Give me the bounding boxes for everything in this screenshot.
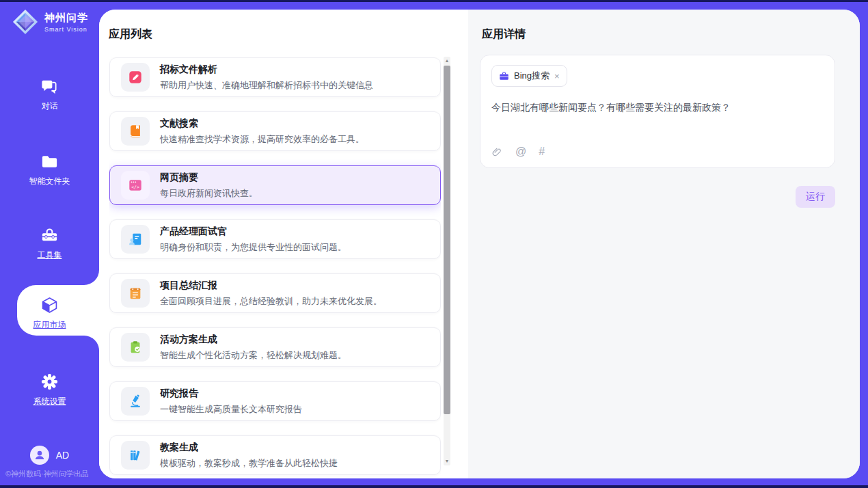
chat-icon: [40, 77, 59, 96]
app-card-title: 活动方案生成: [160, 334, 347, 346]
sidebar: 神州问学 Smart Vision 对话 智能文件夹: [0, 2, 99, 485]
composer-toolbar: @ #: [491, 146, 824, 158]
scroll-down-icon[interactable]: ▼: [444, 457, 450, 465]
app-card-title: 项目总结汇报: [160, 280, 382, 292]
close-icon[interactable]: ×: [554, 72, 560, 81]
sidebar-item-label: 系统设置: [33, 396, 66, 407]
prompt-card: Bing搜索 × 今日湖北有哪些新闻要点？有哪些需要关注的最新政策？ @ #: [480, 55, 835, 168]
book-icon: [121, 117, 150, 146]
app-list: 招标文件解析 帮助用户快速、准确地理解和解析招标书中的关键信息 文献搜索: [109, 57, 441, 478]
folder-icon: [40, 152, 59, 171]
app-card-description: 智能生成个性化活动方案，轻松解决规划难题。: [160, 349, 347, 362]
tool-chip-label: Bing搜索: [514, 70, 550, 82]
app-card-description: 模板驱动，教案秒成，教学准备从此轻松快捷: [160, 457, 338, 470]
app-card-lesson-plan[interactable]: 教案生成 模板驱动，教案秒成，教学准备从此轻松快捷: [109, 435, 441, 475]
prompt-input[interactable]: 今日湖北有哪些新闻要点？有哪些需要关注的最新政策？: [491, 102, 824, 146]
app-card-bid-analysis[interactable]: 招标文件解析 帮助用户快速、准确地理解和解析招标书中的关键信息: [109, 57, 441, 97]
app-card-title: 研究报告: [160, 388, 302, 400]
app-card-title: 产品经理面试官: [160, 226, 347, 238]
sidebar-item-app-market[interactable]: 应用市场: [0, 296, 99, 331]
books-icon: [121, 441, 150, 470]
sidebar-item-label: 应用市场: [33, 319, 66, 331]
briefcase-icon: [499, 71, 509, 81]
tool-chip-bing-search[interactable]: Bing搜索 ×: [491, 65, 567, 87]
copyright-text: ©神州数码·神州问学出品: [5, 469, 89, 479]
app-card-event-plan[interactable]: 活动方案生成 智能生成个性化活动方案，轻松解决规划难题。: [109, 327, 441, 367]
app-card-project-summary[interactable]: 项目总结汇报 全面回顾项目进展，总结经验教训，助力未来优化发展。: [109, 273, 441, 313]
app-frame: 神州问学 Smart Vision 对话 智能文件夹: [0, 2, 868, 485]
main-container: 应用列表 招标文件解析 帮助用户快速、准确地理解和解析招标书中的关键信息: [99, 10, 860, 478]
brand-logo: 神州问学 Smart Vision: [12, 9, 88, 35]
sidebar-item-settings[interactable]: 系统设置: [0, 372, 99, 407]
notepad-icon: [121, 279, 150, 308]
sidebar-item-toolset[interactable]: 工具集: [0, 226, 99, 261]
sidebar-item-label: 智能文件夹: [29, 176, 70, 187]
microscope-icon: [121, 387, 150, 416]
app-list-title: 应用列表: [109, 27, 152, 42]
edit-square-icon: [121, 63, 150, 92]
app-card-title: 文献搜索: [160, 118, 364, 130]
app-card-description: 明确身份和职责，为您提供专业性的面试问题。: [160, 241, 347, 254]
toolbox-icon: [40, 226, 59, 245]
scrollbar[interactable]: ▲ ▼: [444, 57, 450, 465]
cube-icon: [40, 296, 59, 314]
brand-subtitle: Smart Vision: [44, 26, 88, 33]
app-card-literature-search[interactable]: 文献搜索 快速精准查找学术资源，提高研究效率的必备工具。: [109, 111, 441, 151]
app-card-title: 网页摘要: [160, 172, 258, 184]
user-initials: AD: [56, 450, 69, 461]
browser-code-icon: </>: [121, 171, 150, 200]
app-card-description: 帮助用户快速、准确地理解和解析招标书中的关键信息: [160, 79, 373, 92]
app-details-title: 应用详情: [482, 27, 526, 42]
sidebar-item-chat[interactable]: 对话: [0, 77, 99, 112]
avatar: [30, 446, 49, 465]
attachment-icon[interactable]: [491, 146, 503, 158]
scrollbar-thumb[interactable]: [444, 66, 450, 414]
app-card-description: 全面回顾项目进展，总结经验教训，助力未来优化发展。: [160, 295, 382, 308]
app-list-panel: 应用列表 招标文件解析 帮助用户快速、准确地理解和解析招标书中的关键信息: [99, 10, 468, 478]
app-card-research-report[interactable]: 研究报告 一键智能生成高质量长文本研究报告: [109, 381, 441, 421]
svg-text:</>: </>: [131, 185, 139, 190]
app-card-title: 招标文件解析: [160, 64, 373, 76]
app-card-description: 每日政府新闻资讯快查。: [160, 187, 258, 200]
person-icon: [33, 448, 46, 462]
mention-icon[interactable]: @: [515, 146, 526, 158]
app-card-pm-interviewer[interactable]: 产品经理面试官 明确身份和职责，为您提供专业性的面试问题。: [109, 219, 441, 259]
scroll-up-icon[interactable]: ▲: [444, 57, 450, 65]
clipboard-check-icon: [121, 333, 150, 362]
interview-doc-icon: [121, 225, 150, 254]
app-card-description: 快速精准查找学术资源，提高研究效率的必备工具。: [160, 133, 364, 146]
fillet-top: [84, 270, 99, 285]
sidebar-item-smart-folder[interactable]: 智能文件夹: [0, 152, 99, 187]
sidebar-item-label: 对话: [42, 100, 58, 112]
app-details-panel: 应用详情 Bing搜索 × 今日湖北有哪些新闻要点？有哪些需要关注的最新政策？: [468, 10, 860, 478]
fillet-bottom: [84, 336, 99, 351]
hash-icon[interactable]: #: [539, 146, 545, 158]
brand-name: 神州问学: [44, 12, 88, 25]
gear-icon: [40, 372, 59, 391]
diamond-logo-icon: [12, 9, 38, 35]
user-account[interactable]: AD: [0, 446, 99, 465]
app-card-title: 教案生成: [160, 442, 338, 454]
app-card-web-summary[interactable]: </> 网页摘要 每日政府新闻资讯快查。: [109, 165, 441, 205]
app-card-description: 一键智能生成高质量长文本研究报告: [160, 403, 302, 416]
run-button[interactable]: 运行: [796, 186, 835, 208]
sidebar-item-label: 工具集: [38, 249, 62, 261]
